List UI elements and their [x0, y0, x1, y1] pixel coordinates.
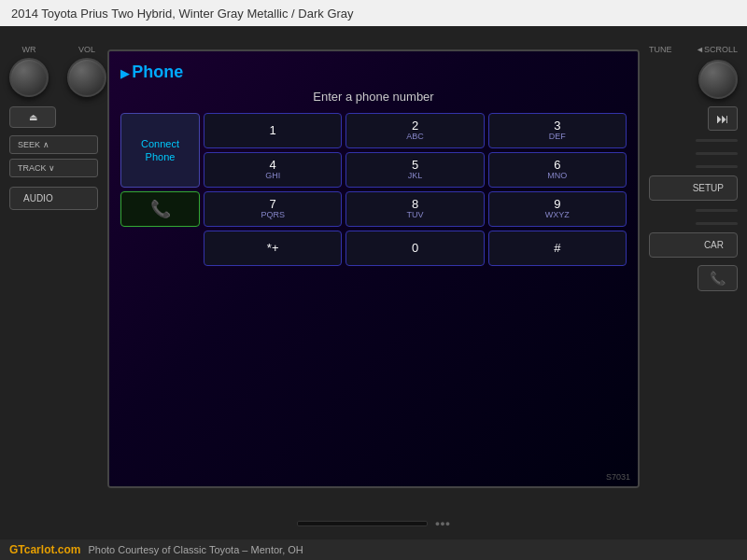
key-2[interactable]: 2ABC	[345, 113, 484, 148]
wr-label: WR	[22, 45, 36, 54]
track-button[interactable]: TRACK ∨	[9, 159, 98, 177]
bottom-bar: GTcarlot.com Photo Courtesy of Classic T…	[0, 539, 747, 560]
seek-button[interactable]: SEEK ∧	[9, 135, 98, 154]
phone-prompt: Enter a phone number	[120, 90, 627, 104]
key-6[interactable]: 6MNO	[488, 152, 627, 188]
car-subtitle: Winter Gray Metallic / Dark Gray	[178, 7, 353, 21]
key-hash[interactable]: #	[488, 231, 627, 266]
key-8[interactable]: 8TUV	[345, 191, 484, 227]
key-4[interactable]: 4GHI	[204, 152, 342, 188]
screen-id: S7031	[606, 472, 630, 482]
key-9[interactable]: 9WXYZ	[488, 191, 627, 227]
vol-knob[interactable]	[67, 58, 106, 97]
cd-slot[interactable]	[297, 521, 428, 526]
call-button[interactable]: 📞	[120, 191, 200, 227]
device-code: ●●●	[435, 519, 450, 528]
skip-button[interactable]: ⏭	[708, 106, 738, 131]
left-controls: WR VOL ⏏ SEEK ∧ TRACK ∨ AUDIO	[9, 45, 98, 530]
scroll-label: ◄SCROLL	[696, 45, 738, 54]
key-5[interactable]: 5JKL	[345, 152, 484, 188]
key-0[interactable]: 0	[345, 231, 484, 266]
eject-button[interactable]: ⏏	[9, 106, 56, 128]
key-1[interactable]: 1	[204, 113, 342, 148]
brand-name: GTcarlot.com	[9, 543, 80, 556]
top-bar: 2014 Toyota Prius Two Hybrid, Winter Gra…	[0, 0, 747, 26]
display-screen: Phone Enter a phone number Connect Phone…	[107, 49, 640, 488]
phone-keypad: Connect Phone 1 2ABC 3DEF 4GHI 5JKL 6MNO…	[120, 113, 627, 266]
vol-label: VOL	[78, 45, 95, 54]
photo-credit: Photo Courtesy of Classic Toyota – Mento…	[88, 544, 303, 555]
audio-button[interactable]: AUDIO	[9, 187, 98, 210]
screen-title: Phone	[120, 63, 627, 82]
tune-scroll-knob[interactable]	[698, 60, 738, 99]
key-7[interactable]: 7PQRS	[204, 191, 342, 227]
phone-icon-button[interactable]: 📞	[698, 265, 738, 291]
car-title: 2014 Toyota Prius Two Hybrid,	[11, 7, 176, 21]
wr-knob[interactable]	[9, 58, 49, 97]
key-3[interactable]: 3DEF	[488, 113, 627, 148]
tune-label: TUNE	[649, 45, 672, 54]
control-panel: WR VOL ⏏ SEEK ∧ TRACK ∨ AUDIO	[0, 26, 747, 539]
key-star[interactable]: *+	[204, 231, 342, 266]
car-button[interactable]: CAR	[649, 232, 738, 258]
setup-button[interactable]: SETUP	[649, 175, 738, 201]
connect-phone-button[interactable]: Connect Phone	[120, 113, 200, 188]
right-controls: TUNE ◄SCROLL ⏭ SETUP CAR 📞	[649, 45, 738, 530]
